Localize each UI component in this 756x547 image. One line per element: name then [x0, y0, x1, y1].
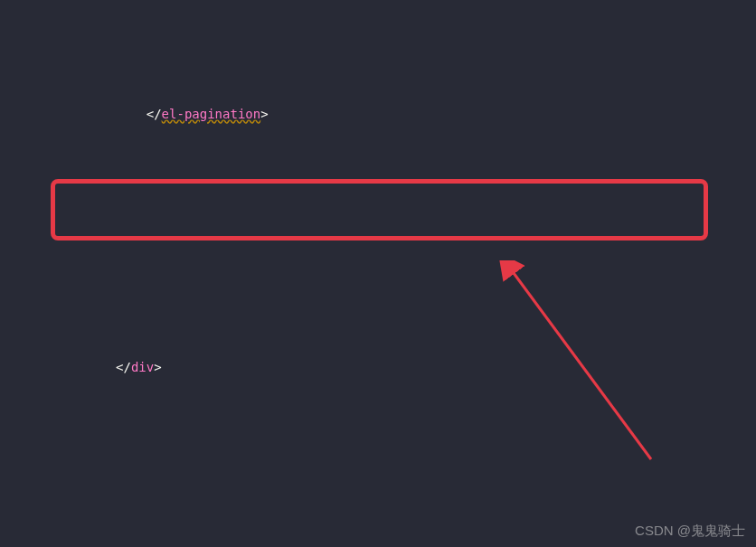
tag-div-close: div: [131, 360, 154, 374]
code-line-blank[interactable]: [0, 481, 756, 506]
code-line-blank[interactable]: [0, 228, 756, 253]
code-editor-area[interactable]: </el-pagination> </div> <!-- 新增标签弹层 --> …: [0, 0, 756, 547]
code-line[interactable]: </div>: [0, 329, 756, 405]
code-line[interactable]: </el-pagination>: [0, 76, 756, 152]
watermark-text: CSDN @鬼鬼骑士: [635, 523, 745, 540]
tag-el-pagination: el-pagination: [162, 107, 261, 121]
